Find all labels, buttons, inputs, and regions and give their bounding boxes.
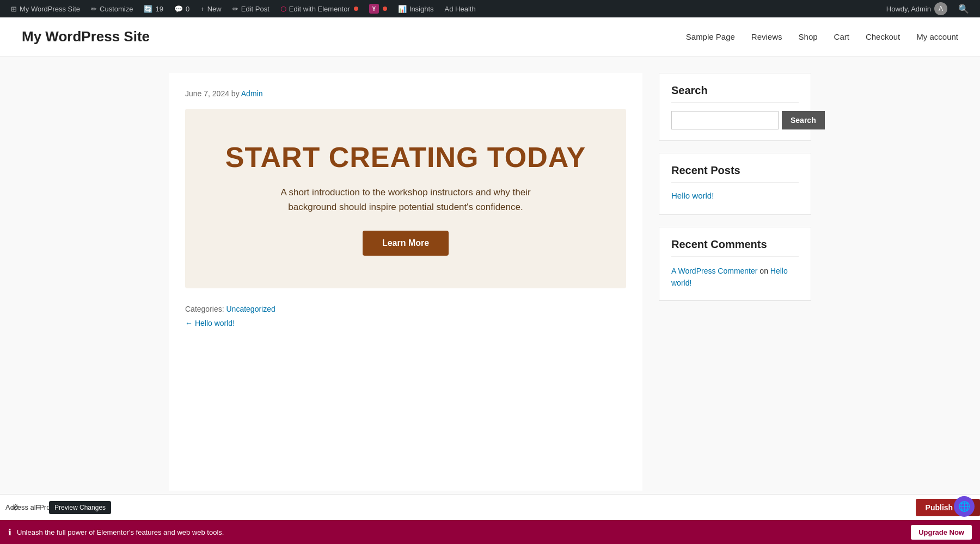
adminbar-edit-post[interactable]: ✏ Edit Post [227, 0, 275, 17]
edit-post-icon: ✏ [232, 5, 238, 13]
recent-posts-title: Recent Posts [671, 164, 799, 183]
commenter-link[interactable]: A WordPress Commenter [671, 267, 757, 275]
new-icon: + [200, 5, 205, 13]
sidebar: Search Search Recent Posts Hello world! … [659, 73, 811, 491]
hero-block: START CREATING TODAY A short introductio… [185, 109, 626, 288]
elementor-icon: ⬡ [280, 5, 286, 13]
nav-shop[interactable]: Shop [799, 32, 818, 41]
adminbar-site[interactable]: ⊞ My WordPress Site [5, 0, 85, 17]
preview-changes-tooltip: Preview Changes [49, 501, 111, 514]
yoast-dot [383, 7, 387, 11]
post-nav: ← Hello world! [185, 319, 626, 327]
adminbar-search-icon[interactable]: 🔍 [953, 4, 975, 14]
prev-post-link[interactable]: ← Hello world! [185, 319, 235, 327]
hero-subtitle: A short introduction to the workshop ins… [264, 185, 547, 214]
recent-post-link[interactable]: Hello world! [671, 191, 799, 200]
notification-icon: ℹ [8, 527, 11, 537]
access-pro-text: Access all Pro [5, 503, 50, 511]
adminbar-right: Howdy, Admin A 🔍 [881, 2, 975, 15]
admin-avatar: A [934, 2, 947, 15]
elementor-dot [354, 7, 358, 11]
recent-comments-title: Recent Comments [671, 238, 799, 257]
adminbar-customize[interactable]: ✏ Customize [85, 0, 138, 17]
category-link[interactable]: Uncategorized [226, 305, 275, 313]
bottom-toolbar: ⚙ ≡ ↩ ⊞ 👁 Publish ▲ [0, 494, 980, 520]
site-title[interactable]: My WordPress Site [22, 28, 150, 45]
recent-comments-widget: Recent Comments A WordPress Commenter on… [659, 227, 811, 301]
hero-title: START CREATING TODAY [207, 141, 604, 174]
main-wrapper: June 7, 2024 by Admin START CREATING TOD… [0, 57, 980, 544]
nav-checkout[interactable]: Checkout [866, 32, 900, 41]
post-footer: Categories: Uncategorized [185, 305, 626, 313]
adminbar-edit-elementor[interactable]: ⬡ Edit with Elementor [275, 0, 364, 17]
notification-text: Unleash the full power of Elementor's fe… [17, 528, 905, 536]
adminbar-insights[interactable]: 📊 Insights [393, 0, 439, 17]
search-widget: Search Search [659, 73, 811, 141]
search-row: Search [671, 111, 799, 129]
post-meta: June 7, 2024 by Admin [185, 89, 626, 98]
site-nav: Sample Page Reviews Shop Cart Checkout M… [686, 32, 958, 41]
upgrade-now-button[interactable]: Upgrade Now [911, 525, 972, 540]
adminbar-yoast[interactable]: Y [364, 0, 393, 17]
post-author-link[interactable]: Admin [241, 89, 263, 98]
recent-posts-widget: Recent Posts Hello world! [659, 153, 811, 215]
wp-icon: ⊞ [11, 5, 17, 13]
nav-cart[interactable]: Cart [834, 32, 849, 41]
adminbar-site-label: My WordPress Site [20, 5, 80, 13]
nav-sample-page[interactable]: Sample Page [686, 32, 735, 41]
search-widget-title: Search [671, 84, 799, 103]
adminbar-updates[interactable]: 🔄 19 [138, 0, 168, 17]
adminbar-howdy[interactable]: Howdy, Admin A [881, 2, 953, 15]
learn-more-button[interactable]: Learn More [363, 231, 449, 256]
globe-button[interactable]: 🌐 [954, 496, 975, 517]
adminbar-new[interactable]: + New [195, 0, 227, 17]
elementor-notification: ℹ Unleash the full power of Elementor's … [0, 520, 980, 544]
nav-reviews[interactable]: Reviews [751, 32, 782, 41]
nav-my-account[interactable]: My account [916, 32, 958, 41]
search-input[interactable] [671, 111, 779, 129]
site-header: My WordPress Site Sample Page Reviews Sh… [0, 17, 980, 57]
yoast-icon: Y [369, 4, 379, 14]
comments-icon: 💬 [174, 5, 183, 13]
insights-icon: 📊 [398, 5, 407, 13]
customize-icon: ✏ [91, 5, 97, 13]
adminbar-ad-health[interactable]: Ad Health [439, 0, 481, 17]
search-button[interactable]: Search [782, 111, 825, 129]
updates-icon: 🔄 [144, 5, 152, 13]
admin-bar: ⊞ My WordPress Site ✏ Customize 🔄 19 💬 0… [0, 0, 980, 17]
comment-entry: A WordPress Commenter on Hello world! [671, 265, 799, 289]
adminbar-comments[interactable]: 💬 0 [169, 0, 195, 17]
content-area: June 7, 2024 by Admin START CREATING TOD… [169, 73, 642, 491]
